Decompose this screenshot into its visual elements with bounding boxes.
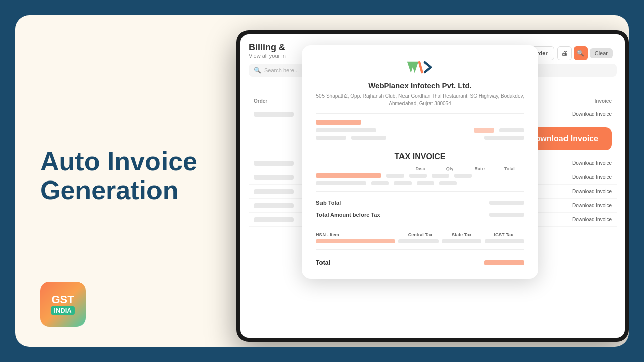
divider-1 (316, 113, 524, 114)
invoice-col-header: Invoice (595, 98, 612, 104)
search-icon: 🔍 (254, 67, 261, 74)
tablet-container: Billing & View all your in 🔍 Search here… (236, 30, 629, 347)
item-row-1 (316, 173, 524, 178)
total-label: Total (316, 259, 330, 266)
download-invoice-btn-1[interactable]: Download Invoice (572, 111, 612, 117)
sub-total-row: Sub Total (316, 198, 524, 208)
svg-marker-0 (407, 62, 419, 73)
total-before-tax-value (489, 213, 524, 217)
main-frame: Auto Invoice Generation GST INDIA Billin… (15, 15, 629, 347)
state-tax-col: State Tax (441, 232, 482, 237)
hsn-data-row (316, 239, 524, 243)
col-disc: Disc (405, 166, 435, 171)
main-title: Auto Invoice Generation (40, 147, 201, 205)
left-section: Auto Invoice Generation (15, 117, 226, 245)
invoice-item-rows (316, 173, 524, 185)
col-qty: Qty (435, 166, 465, 171)
invoice-card: WebPlanex Infotech Pvt. Ltd. 505 Shapath… (302, 45, 538, 279)
sub-total-label: Sub Total (316, 200, 341, 206)
download-invoice-btn-6[interactable]: Download Invoice (572, 217, 612, 222)
company-logo (316, 57, 524, 77)
search-placeholder: Search here... (264, 67, 299, 73)
sub-total-value (489, 201, 524, 205)
download-invoice-btn-5[interactable]: Download Invoice (572, 203, 612, 208)
col-desc (316, 166, 405, 171)
webplanex-logo (405, 57, 435, 77)
igst-tax-col: IGST Tax (482, 232, 524, 237)
central-tax-col: Central Tax (399, 232, 441, 237)
gst-badge: GST INDIA (40, 282, 86, 327)
billing-info-skeleton (316, 120, 524, 140)
col-total: Total (495, 166, 524, 171)
company-name: WebPlanex Infotech Pvt. Ltd. (316, 81, 524, 90)
print-icon[interactable]: 🖨 (557, 46, 572, 60)
clear-button[interactable]: Clear (590, 48, 613, 58)
item-row-2 (316, 181, 524, 185)
order-col-header: Order (254, 98, 267, 104)
total-row: Total (316, 256, 524, 266)
invoice-col-headers: Disc Qty Rate Total (316, 166, 524, 171)
gst-label: GST (51, 294, 74, 305)
divider-4 (316, 226, 524, 226)
search-buttons: 🖨 🔍 Clear (557, 46, 613, 60)
skel-row-2 (316, 128, 524, 133)
skel-row-3 (316, 136, 524, 140)
total-before-tax-label: Total Amount before Tax (316, 212, 380, 218)
download-invoice-btn-2[interactable]: Download Invoice (572, 160, 612, 166)
hsn-header: HSN - Item Central Tax State Tax IGST Ta… (316, 232, 524, 237)
svg-rect-1 (418, 61, 423, 74)
download-invoice-btn-3[interactable]: Download Invoice (572, 174, 612, 180)
col-rate: Rate (465, 166, 495, 171)
hsn-item-col: HSN - Item (316, 232, 399, 237)
divider-5 (316, 249, 524, 250)
total-value (484, 260, 524, 265)
divider-2 (316, 146, 524, 146)
india-label: INDIA (51, 306, 74, 315)
total-before-tax-row: Total Amount before Tax (316, 210, 524, 220)
skel-row-1 (316, 120, 524, 125)
download-invoice-btn-4[interactable]: Download Invoice (572, 189, 612, 194)
company-address: 505 Shapath2, Opp. Rajhansh Club, Near G… (316, 92, 524, 107)
divider-3 (316, 191, 524, 192)
invoice-title: TAX INVOICE (316, 152, 524, 161)
search-icon-btn[interactable]: 🔍 (574, 46, 588, 60)
